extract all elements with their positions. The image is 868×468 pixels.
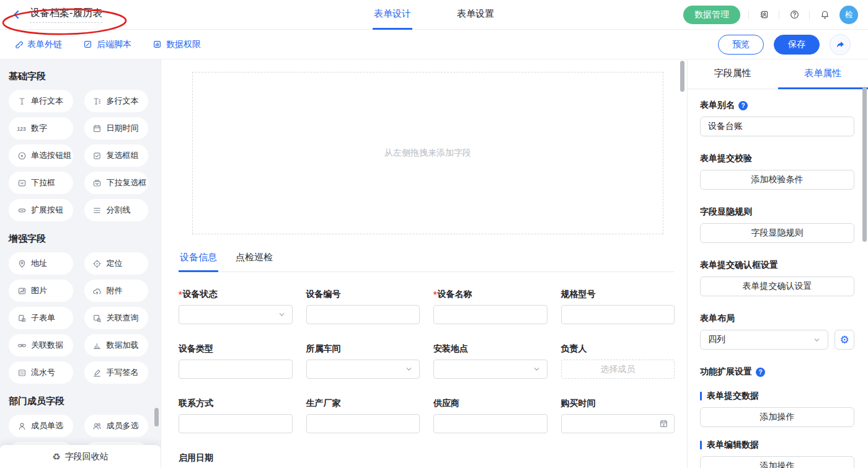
save-button[interactable]: 保存 [774,35,820,55]
canvas-scrollbar[interactable] [680,61,684,92]
device-code-input[interactable] [306,305,420,324]
field-item-member-multi[interactable]: 成员多选 [84,415,149,437]
field-item-radio-group[interactable]: 单选按钮组 [9,144,73,167]
field-label-text: 供应商 [433,398,459,409]
field-item-member-single[interactable]: 成员单选 [9,415,73,437]
multi-line-text-icon [92,96,102,106]
header-tabs: 表单设计 表单设置 [373,0,495,30]
field-item-label: 复选框组 [107,150,139,161]
field-dropzone[interactable]: 从左侧拖拽来添加字段 [192,72,663,234]
form-field-contact: 联系方式 [179,397,293,433]
field-item-select[interactable]: 下拉框 [9,172,73,194]
workshop-select[interactable] [306,360,420,379]
add-validation-button[interactable]: 添加校验条件 [700,170,854,190]
field-recycle-bin[interactable]: ♻ 字段回收站 [0,445,161,468]
form-designer-app: 设备档案-履历表 表单设计 表单设置 数据管理 检 表单外链 [0,0,868,468]
properties-scrollbar[interactable] [862,87,867,242]
chevron-down-icon [533,365,541,374]
address-icon [17,258,27,268]
field-item-location[interactable]: 定位 [84,252,149,275]
install-location-select[interactable] [433,360,547,379]
form-field-workshop: 所属车间 [306,343,420,379]
backend-script-link[interactable]: 后端脚本 [83,39,131,50]
owner-member-picker[interactable]: 选择成员 [561,360,675,379]
chevron-down-icon [405,365,414,374]
tab-field-properties[interactable]: 字段属性 [688,60,778,89]
tab-form-settings[interactable]: 表单设置 [456,0,495,30]
svg-text:123: 123 [17,126,26,132]
field-item-address[interactable]: 地址 [9,252,73,275]
spec-model-input[interactable] [561,305,675,324]
contact-input[interactable] [179,414,293,433]
data-permission-link[interactable]: 数据权限 [153,39,201,50]
field-item-serial-number[interactable]: 流水号 [9,361,73,384]
field-label: 启用日期 [179,452,293,464]
bell-icon[interactable] [818,8,831,22]
field-item-single-line-text[interactable]: 单行文本 [9,90,73,112]
datetime-icon [92,123,102,133]
attachment-icon [92,286,102,296]
field-item-label: 数据加载 [107,340,139,351]
field-item-linked-query[interactable]: 关联查询 [84,307,149,329]
field-visibility-button[interactable]: 字段显隐规则 [700,223,854,243]
tab-device-info[interactable]: 设备信息 [179,247,218,272]
purchase-time-date-input[interactable] [561,414,675,433]
device-name-input[interactable] [433,305,547,324]
help-icon[interactable] [738,101,748,110]
field-item-sub-form[interactable]: 子表单 [9,307,73,329]
help-icon[interactable] [787,8,801,22]
help-icon[interactable] [756,368,765,377]
form-alias-input[interactable] [700,117,854,136]
field-item-signature[interactable]: 手写签名 [84,361,149,384]
field-item-datetime[interactable]: 日期时间 [84,117,149,139]
avatar[interactable]: 检 [839,6,858,24]
palette-section: 增强字段地址定位图片附件子表单关联查询关联数据数据加载流水号手写签名 [9,232,148,384]
divider-icon [92,205,102,215]
field-item-label: 扩展按钮 [31,205,63,216]
device-type-input[interactable] [179,360,293,379]
field-item-number[interactable]: 123数字 [9,117,73,139]
linked-data-icon [17,340,27,350]
field-item-linked-data[interactable]: 关联数据 [9,334,73,356]
sidebar-scrollbar[interactable] [154,408,159,426]
address-book-icon[interactable] [757,8,771,22]
toolbar-links: 表单外链 后端脚本 数据权限 [0,39,201,50]
field-item-label: 单选按钮组 [31,150,71,161]
field-item-extend-button[interactable]: 扩展按钮 [9,199,73,221]
form-layout-select[interactable]: 四列 [700,330,828,350]
field-item-checkbox-group[interactable]: 复选框组 [84,144,149,167]
layout-settings-button[interactable]: ⚙ [835,330,854,350]
divider [779,11,779,19]
field-item-label: 关联查询 [107,312,139,324]
back-icon[interactable] [11,9,24,21]
permission-icon [153,40,162,50]
tab-form-design[interactable]: 表单设计 [373,0,412,30]
radio-icon [17,151,27,161]
field-item-multi-select[interactable]: 下拉复选框 [84,172,149,194]
field-item-label: 下拉复选框 [107,177,147,188]
form-alias-label: 表单别名 [700,99,854,112]
extension-settings-label: 功能扩展设置 [700,366,854,378]
form-field-device-code: 设备编号 [306,288,420,324]
tab-form-properties[interactable]: 表单属性 [778,60,868,89]
submit-confirm-button[interactable]: 表单提交确认设置 [700,276,854,296]
preview-button[interactable]: 预览 [718,35,764,55]
supplier-input[interactable] [433,414,547,433]
single-line-text-icon [17,96,27,106]
field-item-label: 关联数据 [31,340,63,351]
field-item-multi-line-text[interactable]: 多行文本 [84,90,149,112]
data-manage-button[interactable]: 数据管理 [683,6,740,24]
gear-icon: ⚙ [839,333,849,347]
field-item-attachment[interactable]: 附件 [84,280,149,302]
recycle-label: 字段回收站 [65,451,108,462]
field-item-image[interactable]: 图片 [9,280,73,302]
manufacturer-input[interactable] [306,414,420,433]
form-external-link[interactable]: 表单外链 [14,39,62,50]
field-item-divider[interactable]: 分割线 [84,199,149,221]
field-item-data-load[interactable]: 数据加载 [84,334,149,356]
tab-inspection[interactable]: 点检巡检 [234,247,274,272]
add-edit-action-button[interactable]: 添加操作 [700,456,854,468]
device-status-select[interactable] [179,305,293,324]
add-submit-action-button[interactable]: 添加操作 [700,407,854,427]
share-button[interactable] [830,34,851,55]
